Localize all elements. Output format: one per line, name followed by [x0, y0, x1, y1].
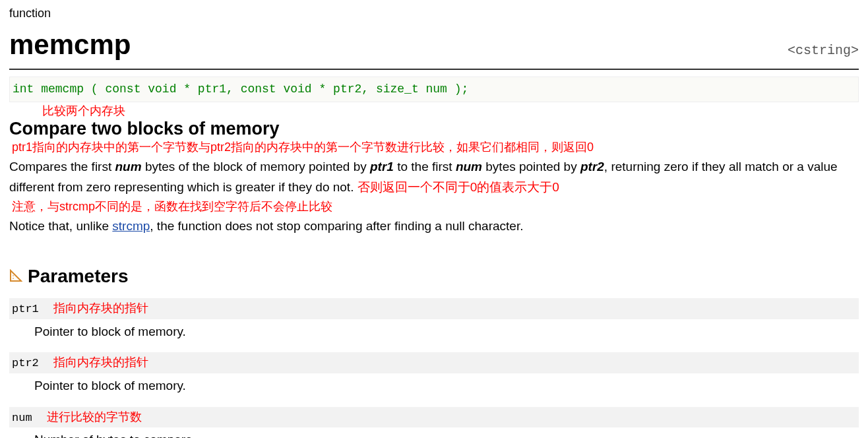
desc-em-num: num [115, 160, 142, 173]
param-name-row: ptr2 指向内存块的指针 [9, 352, 859, 373]
notice-paragraph: Notice that, unlike strcmp, the function… [9, 216, 859, 236]
page-title: memcmp [9, 26, 131, 65]
notice-text: Notice that, unlike [9, 219, 112, 233]
param-name-num: num [12, 410, 32, 426]
triangle-ruler-icon [9, 269, 22, 282]
param-desc-num: Number of bytes to compare. [9, 427, 859, 438]
desc-text: to the first [394, 160, 456, 173]
desc-text: Compares the first [9, 160, 115, 173]
notice-text: , the function does not stop comparing a… [150, 219, 523, 233]
param-desc-ptr2: Pointer to block of memory. [9, 373, 859, 407]
param-desc-ptr1: Pointer to block of memory. [9, 319, 859, 353]
annotation-ptr1-desc: ptr1指向的内存块中的第一个字节数与ptr2指向的内存块中的第一个字节数进行比… [12, 139, 859, 156]
param-name-ptr1: ptr1 [12, 301, 39, 317]
strcmp-link[interactable]: strcmp [112, 219, 150, 233]
desc-em-ptr1: ptr1 [370, 160, 394, 173]
subtitle: Compare two blocks of memory [9, 117, 859, 142]
section-parameters-head: Parameters [9, 263, 859, 289]
annotation-param-ptr2: 指向内存块的指针 [53, 354, 148, 371]
param-name-ptr2: ptr2 [12, 356, 39, 371]
title-row: memcmp <cstring> [9, 26, 859, 70]
annotation-notice: 注意，与strcmp不同的是，函数在找到空字符后不会停止比较 [12, 199, 859, 215]
section-parameters-title: Parameters [28, 263, 129, 289]
description-paragraph: Compares the first num bytes of the bloc… [9, 157, 859, 197]
header-include: <cstring> [788, 42, 859, 60]
desc-em-ptr2: ptr2 [580, 160, 604, 173]
param-name-row: num 进行比较的字节数 [9, 407, 859, 428]
annotation-param-num: 进行比较的字节数 [47, 409, 142, 425]
annotation-else-return: 否则返回一个不同于0的值表示大于0 [357, 180, 559, 194]
param-name-row: ptr1 指向内存块的指针 [9, 298, 859, 319]
function-signature: int memcmp ( const void * ptr1, const vo… [9, 77, 859, 102]
desc-em-num: num [456, 160, 482, 173]
entity-kind: function [9, 5, 859, 22]
annotation-param-ptr1: 指向内存块的指针 [53, 300, 148, 317]
desc-text: bytes of the block of memory pointed by [142, 160, 370, 173]
desc-text: bytes pointed by [482, 160, 580, 173]
